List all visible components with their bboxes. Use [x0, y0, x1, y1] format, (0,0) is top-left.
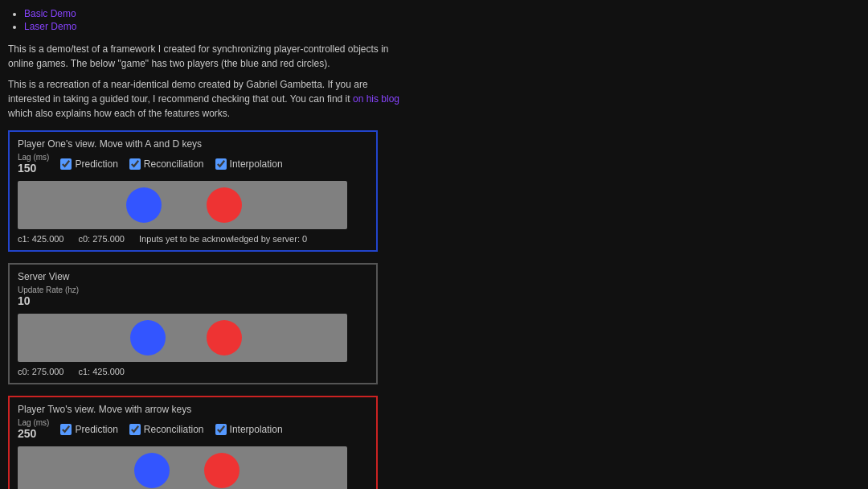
player1-interpolation-label: Interpolation	[230, 158, 283, 170]
player2-interpolation-label: Interpolation	[230, 424, 283, 435]
player2-prediction-checkbox[interactable]	[60, 424, 72, 435]
player1-interpolation-checkbox-group[interactable]: Interpolation	[215, 158, 283, 170]
player1-reconciliation-checkbox-group[interactable]: Reconciliation	[129, 158, 204, 170]
player1-status-c0: c0: 275.000	[79, 234, 125, 244]
player2-controls: Lag (ms) 250 Prediction Reconciliation I…	[18, 418, 368, 440]
player1-status-c1: c1: 425.000	[18, 234, 64, 244]
player2-reconciliation-checkbox[interactable]	[129, 424, 141, 435]
player2-interpolation-checkbox-group[interactable]: Interpolation	[215, 424, 283, 435]
server-red-circle	[207, 320, 242, 355]
server-status-c1: c1: 425.000	[79, 367, 125, 376]
player1-lag-group: Lag (ms) 150	[18, 153, 49, 175]
player1-canvas	[18, 181, 347, 229]
description-blog-link[interactable]: on his blog	[353, 93, 399, 105]
player2-prediction-checkbox-group[interactable]: Prediction	[60, 424, 117, 435]
description: This is a demo/test of a framework I cre…	[8, 42, 410, 121]
description-para2-suffix: which also explains how each of the feat…	[8, 108, 230, 119]
player1-status: c1: 425.000 c0: 275.000 Inputs yet to be…	[18, 234, 368, 244]
player1-reconciliation-checkbox[interactable]	[129, 158, 141, 170]
player2-lag-value: 250	[18, 427, 49, 440]
player2-lag-label: Lag (ms)	[18, 418, 49, 427]
player1-title: Player One's view. Move with A and D key…	[18, 138, 368, 150]
player1-lag-label: Lag (ms)	[18, 153, 49, 162]
server-title: Server View	[18, 271, 368, 282]
player2-reconciliation-checkbox-group[interactable]: Reconciliation	[129, 424, 204, 435]
player1-interpolation-checkbox[interactable]	[215, 158, 227, 170]
description-para2: This is a recreation of a near-identical…	[8, 77, 410, 121]
nav-basic-demo[interactable]: Basic Demo	[24, 8, 76, 19]
nav-laser-demo[interactable]: Laser Demo	[24, 21, 76, 32]
player2-canvas	[18, 446, 347, 489]
player1-prediction-checkbox-group[interactable]: Prediction	[60, 158, 117, 170]
server-status: c0: 275.000 c1: 425.000	[18, 367, 368, 376]
nav-links: Basic Demo Laser Demo	[8, 8, 860, 32]
server-update-rate-value: 10	[18, 294, 368, 307]
player2-red-circle	[204, 453, 240, 488]
server-panel: Server View Update Rate (hz) 10 c0: 275.…	[8, 263, 378, 384]
player1-prediction-label: Prediction	[75, 158, 117, 170]
server-blue-circle	[130, 320, 166, 355]
server-canvas	[18, 314, 347, 362]
player2-reconciliation-label: Reconciliation	[144, 424, 204, 435]
player1-controls: Lag (ms) 150 Prediction Reconciliation I…	[18, 153, 368, 175]
player1-panel: Player One's view. Move with A and D key…	[8, 130, 378, 252]
server-status-c0: c0: 275.000	[18, 367, 64, 376]
player1-blue-circle	[126, 187, 162, 223]
player2-lag-group: Lag (ms) 250	[18, 418, 49, 440]
player1-status-inputs: Inputs yet to be acknowledged by server:…	[139, 234, 307, 244]
player2-interpolation-checkbox[interactable]	[215, 424, 227, 435]
description-para1: This is a demo/test of a framework I cre…	[8, 42, 410, 71]
player2-title: Player Two's view. Move with arrow keys	[18, 404, 368, 415]
player1-reconciliation-label: Reconciliation	[144, 158, 204, 170]
description-para2-prefix: This is a recreation of a near-identical…	[8, 79, 368, 105]
player2-blue-circle	[134, 453, 170, 488]
player1-red-circle	[207, 187, 242, 223]
player2-panel: Player Two's view. Move with arrow keys …	[8, 396, 378, 489]
player1-lag-value: 150	[18, 162, 49, 175]
server-update-rate-group: Update Rate (hz) 10	[18, 286, 368, 307]
player1-prediction-checkbox[interactable]	[60, 158, 72, 170]
player2-prediction-label: Prediction	[75, 424, 117, 435]
server-update-rate-label: Update Rate (hz)	[18, 286, 368, 294]
